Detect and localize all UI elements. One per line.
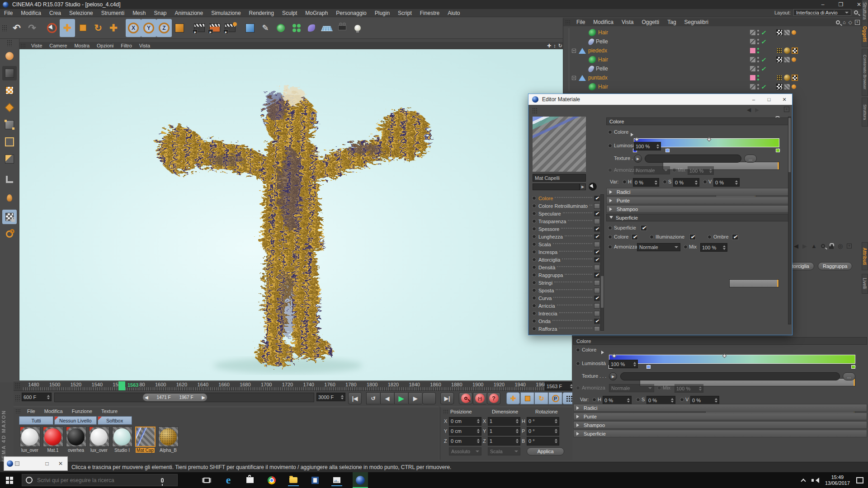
- channel-row[interactable]: Densità: [531, 263, 600, 271]
- ombre-checkbox[interactable]: ✔: [732, 234, 738, 240]
- add-icon[interactable]: +: [855, 20, 860, 25]
- floating-mini-window[interactable]: □ ✕: [4, 456, 68, 471]
- material-swatch[interactable]: Studio I: [111, 427, 133, 453]
- channel-row[interactable]: Curva ✔: [531, 294, 600, 302]
- search-icon[interactable]: [836, 20, 840, 24]
- maximize-button[interactable]: ❐: [832, 0, 850, 9]
- object-menu-item[interactable]: Vista: [618, 19, 637, 25]
- model-mode-button[interactable]: [2, 66, 17, 80]
- channel-row[interactable]: Trasparenza: [531, 217, 600, 225]
- file-explorer-icon[interactable]: [288, 474, 299, 486]
- record-keyframe-button[interactable]: [459, 392, 472, 404]
- material-preview[interactable]: [66, 427, 86, 447]
- key-position-toggle[interactable]: ✚: [506, 392, 520, 404]
- minimize-button[interactable]: –: [746, 94, 761, 105]
- minimize-button[interactable]: –: [814, 0, 832, 9]
- menu-item[interactable]: Modifica: [17, 10, 45, 16]
- workplane-mode-button[interactable]: [2, 100, 17, 115]
- autokey-button[interactable]: (•): [473, 392, 486, 404]
- object-row[interactable]: Hair: [566, 28, 795, 37]
- channel-checkbox[interactable]: ✔: [594, 257, 600, 263]
- channel-row[interactable]: Colore ✔: [531, 194, 600, 202]
- previous-frame-button[interactable]: ◀: [380, 392, 394, 404]
- var-h-field[interactable]: 0 %: [633, 178, 659, 187]
- menu-item[interactable]: Animazione: [171, 10, 208, 16]
- object-row[interactable]: Pelle: [566, 64, 795, 73]
- dimension-field[interactable]: 1: [488, 417, 520, 426]
- add-icon[interactable]: +: [847, 244, 852, 249]
- light-button[interactable]: [350, 19, 365, 37]
- channel-checkbox[interactable]: [594, 326, 600, 331]
- section-punte[interactable]: Punte: [573, 413, 867, 420]
- menu-item[interactable]: Selezione: [65, 10, 97, 16]
- bias-knot[interactable]: [612, 354, 616, 358]
- zoom-view-icon[interactable]: ↕: [553, 43, 556, 48]
- dock-tab[interactable]: Struttura: [862, 0, 868, 22]
- visibility-toggles[interactable]: [750, 66, 766, 72]
- object-name[interactable]: Hair: [598, 84, 608, 90]
- visibility-toggles[interactable]: [750, 75, 766, 81]
- close-button[interactable]: ✕: [54, 460, 67, 467]
- var-s-toggle[interactable]: [663, 180, 667, 184]
- taskbar-clock[interactable]: 15:49 13/06/2017: [825, 474, 850, 486]
- channel-checkbox[interactable]: [594, 265, 600, 270]
- material-preview[interactable]: [89, 427, 109, 447]
- material-swatch[interactable]: Mat Cap: [134, 427, 156, 453]
- position-field[interactable]: 0 cm: [449, 427, 481, 436]
- colore-toggle[interactable]: [608, 130, 612, 134]
- gradient-knot[interactable]: [776, 147, 781, 153]
- material-preview[interactable]: [158, 427, 179, 447]
- channel-toggle[interactable]: [532, 258, 536, 262]
- channel-row[interactable]: Spessore ✔: [531, 225, 600, 233]
- channel-row[interactable]: Increspa ✔: [531, 248, 600, 256]
- store-icon[interactable]: [244, 474, 256, 486]
- channel-toggle[interactable]: [532, 304, 536, 308]
- dock-tab-oggetti[interactable]: Oggetti: [862, 21, 868, 47]
- up-icon[interactable]: ▲: [811, 243, 817, 249]
- channel-checkbox[interactable]: [594, 288, 600, 293]
- apply-button[interactable]: Applica: [527, 447, 564, 455]
- rotate-tool[interactable]: ↻: [90, 19, 106, 37]
- action-center-icon[interactable]: [856, 477, 863, 483]
- channel-checkbox[interactable]: ✔: [594, 196, 600, 201]
- mix-field[interactable]: 100 %: [675, 384, 703, 393]
- channel-checkbox[interactable]: [594, 280, 600, 286]
- section-shampoo[interactable]: Shampoo: [573, 421, 867, 429]
- material-preview[interactable]: [20, 427, 40, 447]
- illuminazione-toggle[interactable]: [650, 235, 654, 239]
- subdivide-sphere-button[interactable]: [273, 19, 288, 37]
- edge-icon[interactable]: e: [222, 474, 234, 486]
- object-menu-item[interactable]: Segnalibri: [680, 19, 712, 25]
- goto-end-button[interactable]: ▶|: [440, 392, 454, 404]
- preview-range-slider[interactable]: ◀ 1471 F 1967 F ▶: [143, 394, 207, 401]
- mix-toggle[interactable]: [672, 168, 676, 172]
- channel-row[interactable]: Stringi: [531, 279, 600, 286]
- channel-checkbox[interactable]: ✔: [594, 211, 600, 216]
- range-right-arrow[interactable]: ▶: [202, 395, 205, 400]
- texture-browse-button[interactable]: ...: [744, 155, 757, 163]
- redo-button[interactable]: ↷: [24, 19, 40, 37]
- viewport-3d[interactable]: [19, 49, 572, 380]
- section-radici[interactable]: Radici: [606, 188, 790, 196]
- material-preview[interactable]: [43, 427, 63, 447]
- var-h-toggle[interactable]: [592, 398, 596, 402]
- gradient-knot[interactable]: [646, 363, 651, 369]
- material-swatch[interactable]: Alpha_B: [157, 427, 179, 453]
- layout-dropdown[interactable]: Interfaccia di Avvio: [793, 9, 851, 16]
- expand-toggle[interactable]: [572, 76, 576, 80]
- dock-tab-attributi[interactable]: Attributi: [862, 242, 868, 270]
- menu-item[interactable]: Rendering: [245, 10, 278, 16]
- material-preview[interactable]: [135, 427, 156, 447]
- camera-button[interactable]: [335, 19, 350, 37]
- add-cube-button[interactable]: [242, 19, 258, 37]
- channel-row[interactable]: Onda ✔: [531, 317, 600, 325]
- cinema4d-taskbar-icon[interactable]: [353, 472, 368, 488]
- channel-toggle[interactable]: [532, 204, 536, 208]
- expand-toggle[interactable]: [572, 49, 576, 53]
- var-v-field[interactable]: 0 %: [690, 396, 719, 404]
- channel-toggle[interactable]: [532, 211, 536, 216]
- menu-item[interactable]: File: [0, 10, 17, 16]
- channel-row[interactable]: Raggruppa ✔: [531, 271, 600, 279]
- material-menu-item[interactable]: File: [23, 408, 40, 414]
- panel-grip[interactable]: [15, 395, 20, 401]
